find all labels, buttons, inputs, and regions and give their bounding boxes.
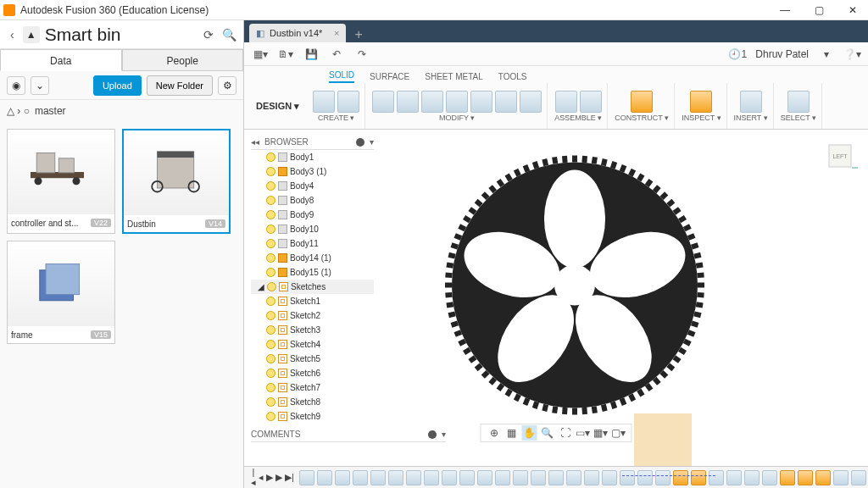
browser-sketch[interactable]: Sketch3 [251,323,374,337]
redo-icon[interactable]: ↷ [354,47,370,62]
browser-body[interactable]: Body15 (1) [251,265,374,280]
group-create[interactable]: CREATE ▾ [318,114,354,122]
timeline-feature[interactable] [709,470,724,485]
group-select[interactable]: SELECT ▾ [781,114,816,122]
new-tab-button[interactable]: + [348,27,369,42]
modify-tool[interactable] [470,91,492,113]
timeline-feature[interactable] [353,470,368,485]
timeline-feature[interactable] [459,470,475,485]
user-name[interactable]: Dhruv Patel [755,48,809,60]
timeline-feature[interactable] [655,470,670,485]
browser-sketch[interactable]: Sketch2 [251,308,374,323]
file-card[interactable]: DustbinV14 [122,129,231,234]
browser-body[interactable]: Body3 (1) [251,164,374,179]
modify-tool[interactable] [446,91,468,113]
timeline-feature[interactable] [531,470,546,485]
back-button[interactable]: ‹ [7,25,18,45]
timeline-feature[interactable] [299,470,314,485]
assemble-tool[interactable] [555,91,577,113]
browser-body[interactable]: Body4 [251,179,374,193]
timeline-play[interactable]: ▶ [266,472,273,483]
browser-sketch[interactable]: Sketch4 [251,337,374,352]
browser-sketch[interactable]: Sketch7 [251,380,374,395]
user-dropdown[interactable]: ▾ [819,47,834,62]
timeline-feature[interactable] [406,470,421,485]
timeline-feature[interactable] [762,470,777,485]
history-icon[interactable]: 🕘1 [730,47,745,62]
timeline-feature[interactable] [851,470,866,485]
timeline-feature[interactable] [726,470,742,485]
browser-body[interactable]: Body1 [251,150,374,164]
timeline-feature[interactable] [495,470,510,485]
assemble-tool[interactable] [580,91,602,113]
close-button[interactable]: ✕ [841,2,865,19]
modify-tool[interactable] [372,91,394,113]
timeline-feature[interactable] [513,470,528,485]
group-construct[interactable]: CONSTRUCT ▾ [615,114,669,122]
tab-people[interactable]: People [122,49,244,71]
search-icon[interactable]: 🔍 [221,28,236,42]
browser-sketch[interactable]: Sketch1 [251,294,374,308]
timeline-fwd[interactable]: ▶ [275,472,282,483]
ribbon-tab-surface[interactable]: SURFACE [370,72,409,83]
browser-body[interactable]: Body8 [251,193,374,208]
maximize-button[interactable]: ▢ [807,2,831,19]
group-insert[interactable]: INSERT ▾ [734,114,768,122]
new-folder-button[interactable]: New Folder [147,75,213,96]
browser-header[interactable]: BROWSER [264,137,309,147]
timeline-feature[interactable] [780,470,795,485]
timeline-feature[interactable] [602,470,617,485]
fit-icon[interactable]: ⛶ [558,425,573,441]
timeline-feature[interactable] [798,470,813,485]
timeline-feature[interactable] [691,470,706,485]
construct-tool[interactable] [631,91,653,113]
group-assemble[interactable]: ASSEMBLE ▾ [554,114,602,122]
orbit-icon[interactable]: ⊕ [487,425,502,441]
timeline-feature[interactable] [566,470,581,485]
browser-options[interactable] [356,138,364,147]
document-tab[interactable]: ◧ Dustbin v14* × [249,24,346,42]
create-tool[interactable] [337,91,359,113]
browser-body[interactable]: Body10 [251,222,374,236]
grid-icon[interactable]: ▦▾ [593,425,609,441]
upload-button[interactable]: Upload [93,75,142,96]
group-modify[interactable]: MODIFY ▾ [439,114,475,122]
gear-model[interactable] [443,153,706,416]
viewcube[interactable]: LEFT [824,140,858,174]
comments-options[interactable] [428,430,437,439]
timeline-feature[interactable] [744,470,760,485]
file-card[interactable]: controller and st...V22 [7,129,115,234]
browser-sketch[interactable]: Sketch5 [251,352,374,366]
tab-data[interactable]: Data [0,49,122,71]
timeline-end[interactable]: ▶| [285,472,294,483]
browser-body[interactable]: Body11 [251,236,374,251]
timeline-feature[interactable] [424,470,439,485]
browser-sketch[interactable]: Sketch8 [251,395,374,409]
timeline-feature[interactable] [637,470,653,485]
timeline-feature[interactable] [584,470,599,485]
timeline-feature[interactable] [548,470,564,485]
file-card[interactable]: frameV15 [7,241,115,344]
comments-header[interactable]: COMMENTS [251,430,300,439]
ribbon-tab-tools[interactable]: TOOLS [498,72,527,83]
close-tab-icon[interactable]: × [334,28,339,38]
timeline-feature[interactable] [833,470,849,485]
refresh-icon[interactable]: ⟳ [201,28,216,42]
zoom-icon[interactable]: 🔍 [540,425,555,441]
save-icon[interactable]: 💾 [303,47,319,62]
undo-icon[interactable]: ↶ [329,47,344,62]
inspect-tool[interactable] [690,91,712,113]
grid-icon[interactable]: ▦▾ [253,47,268,62]
timeline-start[interactable]: |◂ [251,467,256,488]
timeline-feature[interactable] [620,470,635,485]
ribbon-tab-sheet[interactable]: SHEET METAL [425,72,483,83]
browser-sketch[interactable]: Sketch6 [251,366,374,380]
view-mode-icon[interactable]: ◉ [7,76,25,95]
timeline-feature[interactable] [317,470,332,485]
look-icon[interactable]: ▦ [504,425,520,441]
select-tool[interactable] [787,91,810,113]
browser-body[interactable]: Body9 [251,208,374,222]
view-dropdown[interactable]: ⌄ [31,76,49,95]
timeline-feature[interactable] [388,470,403,485]
create-tool[interactable] [313,91,335,113]
